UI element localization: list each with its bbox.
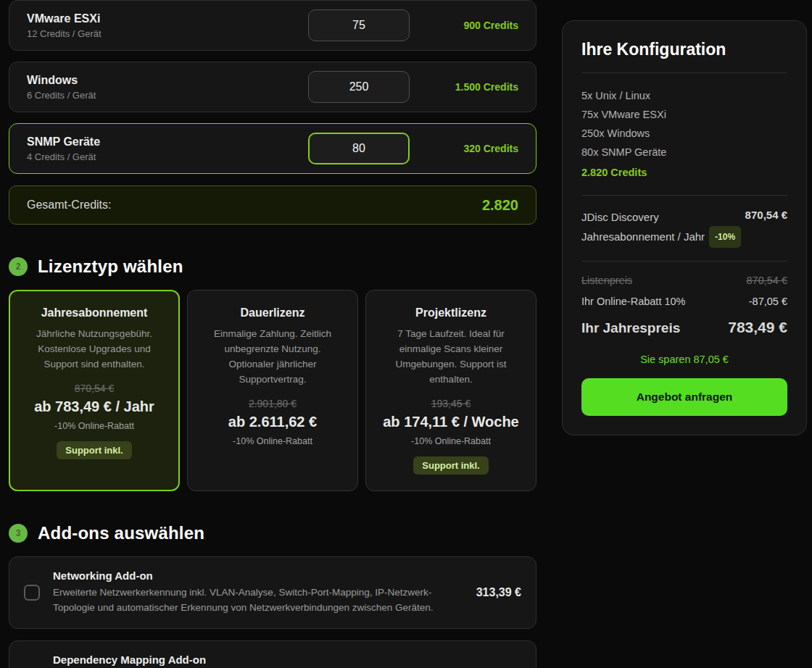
device-name: Windows [27,74,308,87]
product-name-block: JDisc Discovery Jahresabonnement / Jahr-… [581,209,741,248]
license-card-jahresabonnement[interactable]: Jahresabonnement Jährliche Nutzungsgebüh… [9,290,180,491]
license-card-discount-note: -10% Online-Rabatt [201,436,344,446]
license-card-grid: Jahresabonnement Jährliche Nutzungsgebüh… [9,290,536,491]
config-item-windows: 250x Windows [581,124,787,143]
online-discount-value: -87,05 € [749,296,787,307]
step-3-icon: 3 [9,524,28,543]
license-card-price: ab 2.611,62 € [201,414,344,430]
device-credits-per-unit: 4 Credits / Gerät [27,151,308,162]
addons-section-header: 3 Add-ons auswählen [9,523,536,543]
online-discount-row: Ihr Online-Rabatt 10% -87,05 € [581,296,787,307]
discount-badge: -10% [709,226,741,248]
license-card-list-price: 870,54 € [22,383,166,394]
product-license-type: Jahresabonnement / Jahr-10% [581,226,741,248]
config-item-vmware-esxi: 75x VMware ESXi [581,105,787,124]
summary-column: Ihre Konfiguration 5x Unix / Linux 75x V… [562,0,807,668]
device-row-credits: 1.500 Credits [410,81,518,93]
device-info: VMware ESXi 12 Credits / Gerät [27,12,308,39]
license-card-price: ab 783,49 € / Jahr [22,398,166,415]
device-info: Windows 6 Credits / Gerät [27,74,308,101]
addon-body: Networking Add-on Erweiterte Netzwerkerk… [53,569,462,616]
total-credits-label: Gesamt-Credits: [27,199,111,212]
device-row-snmp-geraete[interactable]: SNMP Geräte 4 Credits / Gerät 320 Credit… [9,123,536,174]
license-card-price: ab 174,11 € / Woche [379,414,523,430]
device-row-credits: 900 Credits [410,20,518,31]
networking-addon-checkbox[interactable] [24,585,40,601]
device-row-credits: 320 Credits [410,143,518,154]
list-price-label: Listenpreis [581,275,632,286]
product-summary-row: JDisc Discovery Jahresabonnement / Jahr-… [581,209,787,248]
step-2-icon: 2 [9,257,28,276]
list-price-row: Listenpreis 870,54 € [581,275,787,286]
license-card-list-price: 193,45 € [379,398,523,409]
license-card-discount-note: -10% Online-Rabatt [379,436,523,446]
support-included-badge: Support inkl. [413,456,488,475]
config-item-snmp: 80x SNMP Geräte [581,143,787,162]
divider [581,72,787,73]
configuration-summary-panel: Ihre Konfiguration 5x Unix / Linux 75x V… [562,20,807,435]
addon-title: Dependency Mapping Add-on [53,654,462,666]
license-section-header: 2 Lizenztyp wählen [9,256,536,277]
savings-note: Sie sparen 87,05 € [581,354,787,365]
config-total-credits: 2.820 Credits [581,163,787,182]
list-price-value: 870,54 € [747,275,787,286]
device-credits-per-unit: 12 Credits / Gerät [27,28,308,39]
total-credits-row: Gesamt-Credits: 2.820 [9,185,536,225]
device-name: SNMP Geräte [27,135,308,149]
addon-row-networking[interactable]: Networking Add-on Erweiterte Netzwerkerk… [9,556,536,629]
device-name: VMware ESXi [27,12,308,25]
windows-quantity-input[interactable] [308,71,410,103]
device-row-vmware-esxi[interactable]: VMware ESXi 12 Credits / Gerät 900 Credi… [9,0,536,51]
device-info: SNMP Geräte 4 Credits / Gerät [27,135,308,162]
pricing-configurator: VMware ESXi 12 Credits / Gerät 900 Credi… [0,0,812,668]
online-discount-label: Ihr Online-Rabatt 10% [581,296,685,307]
addon-body: Dependency Mapping Add-on Automatische E… [53,654,462,668]
config-item-unix-linux: 5x Unix / Linux [581,86,787,105]
divider [581,261,787,262]
license-card-dauerlizenz[interactable]: Dauerlizenz Einmalige Zahlung. Zeitlich … [187,290,358,491]
device-row-windows[interactable]: Windows 6 Credits / Gerät 1.500 Credits [9,62,536,112]
license-card-title: Dauerlizenz [201,306,344,320]
license-card-title: Jahresabonnement [22,306,166,320]
vmware-esxi-quantity-input[interactable] [308,9,410,41]
product-name: JDisc Discovery [581,209,741,226]
addon-row-dependency-mapping[interactable]: Dependency Mapping Add-on Automatische E… [9,640,536,668]
total-credits-value: 2.820 [482,197,518,214]
main-column: VMware ESXi 12 Credits / Gerät 900 Credi… [9,0,536,668]
request-quote-button[interactable]: Angebot anfragen [581,378,787,416]
addon-price: 313,39 € [476,586,521,599]
divider [581,195,787,196]
snmp-quantity-input[interactable] [308,133,410,164]
product-price: 870,54 € [745,209,787,221]
device-credits-per-unit: 6 Credits / Gerät [27,90,308,101]
annual-price-value: 783,49 € [728,319,787,336]
addon-description: Erweiterte Netzwerkerkennung inkl. VLAN-… [53,585,462,616]
license-card-projektlizenz[interactable]: Projektlizenz 7 Tage Laufzeit. Ideal für… [365,290,536,491]
addon-title: Networking Add-on [53,569,462,582]
license-section-title: Lizenztyp wählen [38,256,183,277]
license-card-description: Einmalige Zahlung. Zeitlich unbegrenzte … [201,327,344,388]
product-license-type-label: Jahresabonnement / Jahr [581,230,705,243]
addons-section-title: Add-ons auswählen [38,523,204,543]
license-card-description: 7 Tage Laufzeit. Ideal für einmalige Sca… [379,327,523,388]
license-card-discount-note: -10% Online-Rabatt [22,421,166,431]
annual-price-row: Ihr Jahrespreis 783,49 € [581,319,787,336]
license-card-title: Projektlizenz [379,306,523,320]
support-included-badge: Support inkl. [57,441,131,459]
license-card-description: Jährliche Nutzungsgebühr. Kostenlose Upg… [22,327,166,372]
license-card-list-price: 2.901,80 € [201,398,344,409]
addons-list: Networking Add-on Erweiterte Netzwerkerk… [9,556,536,668]
summary-title: Ihre Konfiguration [581,40,787,59]
annual-price-label: Ihr Jahrespreis [581,320,680,336]
